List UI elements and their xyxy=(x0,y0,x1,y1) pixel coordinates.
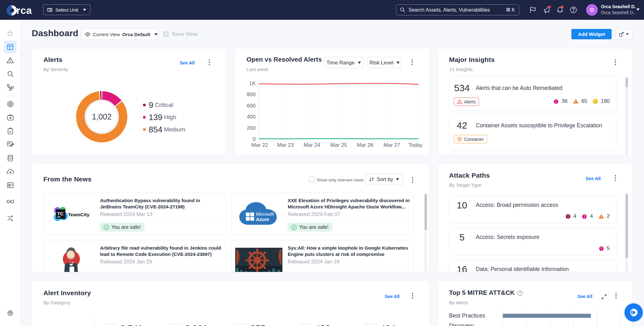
svg-text:400: 400 xyxy=(247,114,256,120)
svg-text:800: 800 xyxy=(247,91,256,97)
svg-text:200: 200 xyxy=(247,125,256,131)
svg-text:Mar 26: Mar 26 xyxy=(357,142,374,148)
svg-text:Best Practices: Best Practices xyxy=(449,312,485,319)
svg-text:Today: Today xyxy=(408,142,423,148)
svg-text:rca: rca xyxy=(16,5,32,16)
svg-text:Discovery: Discovery xyxy=(449,323,474,326)
svg-text:600: 600 xyxy=(247,103,256,109)
svg-text:Mar 24: Mar 24 xyxy=(304,142,320,148)
svg-text:0: 0 xyxy=(253,136,256,142)
svg-text:Mar 22: Mar 22 xyxy=(252,142,268,148)
svg-text:TeamCity: TeamCity xyxy=(68,212,90,217)
svg-text:Microsoft: Microsoft xyxy=(256,212,274,217)
svg-text:Mar 23: Mar 23 xyxy=(277,142,294,148)
svg-text:Mar 27: Mar 27 xyxy=(384,142,400,148)
svg-text:TC: TC xyxy=(57,211,64,216)
svg-text:Mar 25: Mar 25 xyxy=(330,142,347,148)
svg-text:Azure: Azure xyxy=(256,217,269,222)
svg-text:1K: 1K xyxy=(249,80,256,86)
